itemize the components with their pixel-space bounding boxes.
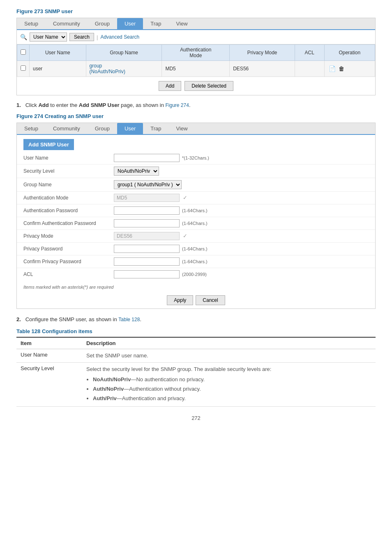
table-row: user group(NoAuth/NoPriv) MD5 DES56 📄 🗑 (17, 61, 375, 77)
config-item-security: Security Level (16, 363, 82, 406)
confirm-authpass-hint: (1-64Chars.) (182, 221, 208, 226)
advanced-search-link[interactable]: Advanced Search (100, 34, 139, 40)
figure273-table-container: Setup Community Group User Trap View 🔍 U… (16, 18, 376, 95)
group-link[interactable]: group(NoAuth/NoPriv) (90, 63, 125, 74)
acl-input[interactable] (114, 270, 180, 278)
form-buttons: Apply Cancel (17, 292, 375, 308)
col-groupname: Group Name (86, 45, 162, 61)
step2-text: 2. Configure the SNMP user, as shown in … (16, 315, 376, 324)
privmode-disabled: DES56 (114, 232, 180, 240)
config-bullet-noauth: NoAuth/NoPriv—No authentication no priva… (93, 375, 371, 384)
security-level-select[interactable]: NoAuth/NoPriv Auth/NoPriv Auth/Priv (114, 167, 159, 176)
step1-page-bold: Add SNMP User (79, 102, 120, 108)
row-privacy-mode: DES56 (230, 61, 295, 77)
acl-hint: (2000-2999) (182, 272, 207, 277)
figure274-section: Figure 274 Creating an SNMP user Setup C… (16, 113, 376, 309)
confirm-auth-password-input[interactable] (114, 219, 180, 227)
tab-trap-274[interactable]: Trap (143, 123, 168, 134)
config-col-item: Item (16, 337, 82, 349)
figure274-form-container: Setup Community Group User Trap View Add… (16, 123, 376, 309)
field-privpass-row: Privacy Password (1-64Chars.) (17, 243, 375, 255)
figure274-nav-tabs: Setup Community Group User Trap View (17, 123, 375, 135)
field-acl-row: ACL (2000-2999) (17, 268, 375, 280)
edit-icon-btn[interactable]: 📄 (328, 65, 337, 72)
cancel-button[interactable]: Cancel (196, 295, 225, 305)
step1-add-bold: Add (38, 102, 48, 108)
tab-community-274[interactable]: Community (46, 123, 88, 134)
groupname-input-container: group1 ( NoAuth/NoPriv ) (114, 180, 369, 189)
tab-group-274[interactable]: Group (88, 123, 117, 134)
col-privacy-mode: Privacy Mode (230, 45, 295, 61)
group-name-select[interactable]: group1 ( NoAuth/NoPriv ) (114, 180, 182, 189)
config-desc-security: Select the security level for the SNMP g… (82, 363, 376, 406)
row-auth-mode: MD5 (162, 61, 230, 77)
row-username: user (30, 61, 86, 77)
step1-number: 1. (16, 102, 21, 108)
col-acl: ACL (295, 45, 324, 61)
form-footer-note: Items marked with an asterisk(*) are req… (17, 282, 375, 292)
security-input-container: NoAuth/NoPriv Auth/NoPriv Auth/Priv (114, 167, 369, 176)
tab-view-274[interactable]: View (169, 123, 195, 134)
apply-button[interactable]: Apply (167, 295, 193, 305)
username-input[interactable] (114, 154, 180, 162)
col-username: User Name (30, 45, 86, 61)
tab-trap-273[interactable]: Trap (143, 18, 168, 29)
config-row-username: User Name Set the SNMP user name. (16, 349, 376, 363)
config-col-desc: Description (82, 337, 376, 349)
tab-user-274[interactable]: User (117, 123, 143, 134)
groupname-label: Group Name (23, 182, 114, 188)
tab-user-273[interactable]: User (117, 18, 143, 29)
form-body: User Name *(1-32Chars.) Security Level N… (17, 150, 375, 282)
privmode-label: Privacy Mode (23, 233, 114, 239)
table128-title: Table 128 Configuration items (16, 328, 376, 334)
config-bullet-authnopriv: Auth/NoPriv—Authentication without priva… (93, 385, 371, 394)
tab-view-273[interactable]: View (169, 18, 195, 29)
row-checkbox-cell (17, 61, 30, 77)
table128-link[interactable]: Table 128 (118, 317, 140, 322)
username-hint: *(1-32Chars.) (182, 155, 209, 160)
row-checkbox[interactable] (21, 65, 26, 71)
snmp-user-table: User Name Group Name AuthenticationMode … (17, 44, 375, 77)
tab-setup-274[interactable]: Setup (17, 123, 46, 134)
auth-password-input[interactable] (114, 206, 180, 215)
add-button-273[interactable]: Add (159, 81, 181, 91)
privacy-password-input[interactable] (114, 245, 180, 253)
privpass-label: Privacy Password (23, 246, 114, 252)
authpass-hint: (1-64Chars.) (182, 208, 208, 213)
search-button[interactable]: Search (69, 33, 94, 41)
step2-number: 2. (16, 316, 21, 322)
tab-community-273[interactable]: Community (46, 18, 88, 29)
authpass-label: Authentication Password (23, 208, 114, 213)
figure274-link[interactable]: Figure 274 (166, 102, 189, 108)
tab-group-273[interactable]: Group (88, 18, 117, 29)
delete-icon-btn[interactable]: 🗑 (338, 65, 345, 72)
search-field-select[interactable]: User Name (30, 32, 67, 42)
delete-selected-button[interactable]: Delete Selected (184, 81, 233, 91)
username-label: User Name (23, 155, 114, 161)
config-item-username: User Name (16, 349, 82, 363)
page-number: 272 (16, 415, 376, 421)
figure273-nav-tabs: Setup Community Group User Trap View (17, 18, 375, 30)
confirm-authpass-label: Confirm Authentication Password (23, 220, 114, 226)
figure273-section: Figure 273 SNMP user Setup Community Gro… (16, 8, 376, 95)
confirm-privpass-hint: (1-64Chars.) (182, 259, 208, 264)
table128-section: Table 128 Configuration items Item Descr… (16, 328, 376, 407)
field-groupname-row: Group Name group1 ( NoAuth/NoPriv ) (17, 178, 375, 192)
config-table: Item Description User Name Set the SNMP … (16, 337, 376, 407)
col-checkbox (17, 45, 30, 61)
field-username-row: User Name *(1-32Chars.) (17, 152, 375, 165)
search-bar-273: 🔍 User Name Search | Advanced Search (17, 30, 375, 44)
tab-setup-273[interactable]: Setup (17, 18, 46, 29)
acl-label: ACL (23, 271, 114, 277)
confirm-privpass-container: (1-64Chars.) (114, 257, 369, 266)
form-header-label: Add SNMP User (23, 139, 74, 150)
select-all-checkbox[interactable] (21, 49, 26, 55)
config-bullet-authpriv: Auth/Priv—Authentication and privacy. (93, 394, 371, 403)
col-operation: Operation (324, 45, 375, 61)
field-confirm-authpass-row: Confirm Authentication Password (1-64Cha… (17, 217, 375, 230)
security-label: Security Level (23, 168, 114, 174)
confirm-privacy-password-input[interactable] (114, 257, 180, 266)
confirm-privpass-label: Confirm Privacy Password (23, 259, 114, 264)
field-confirm-privpass-row: Confirm Privacy Password (1-64Chars.) (17, 255, 375, 268)
acl-input-container: (2000-2999) (114, 270, 369, 278)
